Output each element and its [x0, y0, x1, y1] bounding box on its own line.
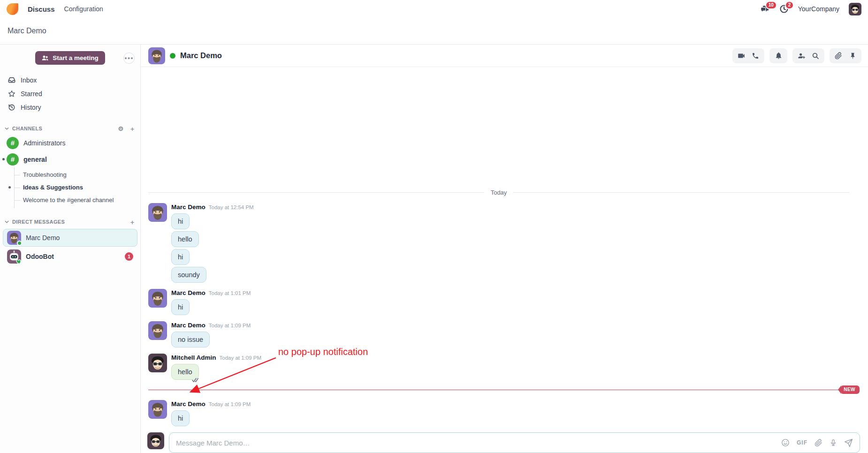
avatar[interactable] — [148, 203, 167, 222]
send-button[interactable] — [844, 438, 853, 447]
message-bubble[interactable]: soundy — [171, 267, 206, 283]
attachments-button[interactable] — [831, 50, 845, 62]
bell-icon — [775, 52, 783, 60]
message-bubble[interactable]: hi — [171, 213, 190, 229]
message-author[interactable]: Mitchell Admin — [171, 354, 216, 362]
online-status-dot — [170, 53, 175, 59]
dm-name: OdooBot — [26, 253, 54, 260]
notification-settings-button[interactable] — [771, 50, 785, 62]
menu-configuration[interactable]: Configuration — [64, 5, 103, 13]
paperclip-icon — [815, 439, 822, 447]
message-author[interactable]: Marc Demo — [171, 400, 206, 408]
avatar[interactable] — [148, 289, 167, 308]
sidebar-item-label: Inbox — [21, 76, 37, 84]
message-bubble[interactable]: hi — [171, 299, 190, 315]
discuss-sidebar: Start a meeting ●●● Inbox Starred — [0, 45, 141, 453]
sidebar-dm-odoobot[interactable]: OdooBot 1 — [3, 248, 137, 265]
message-timestamp: Today at 1:09 PM — [209, 400, 251, 408]
emoji-smiley-icon — [781, 438, 790, 447]
message-group: Mitchell Admin Today at 1:09 PM hello — [148, 354, 849, 380]
send-icon — [844, 438, 853, 447]
sidebar-item-label: History — [21, 104, 41, 111]
composer-input-wrap[interactable]: GIF — [169, 432, 860, 453]
sidebar-item-inbox[interactable]: Inbox — [0, 73, 140, 87]
annotation-text: no pop-up notification — [278, 347, 368, 357]
paperclip-icon — [835, 52, 842, 60]
sidebar-channel-administrators[interactable]: # Administrators — [0, 135, 140, 151]
message-bubble[interactable]: no issue — [171, 332, 210, 347]
sidebar-options-button[interactable]: ●●● — [123, 53, 135, 64]
pin-icon — [849, 52, 856, 60]
date-divider-label: Today — [491, 189, 507, 196]
user-menu-avatar[interactable] — [849, 3, 861, 15]
top-navbar: Discuss Configuration 10 2 YourCompany — [0, 0, 868, 18]
new-messages-badge: NEW — [841, 385, 860, 394]
breadcrumb[interactable]: Marc Demo — [8, 27, 46, 35]
channels-header-label[interactable]: CHANNELS — [12, 126, 42, 131]
message-bubble[interactable]: hi — [171, 410, 190, 426]
activities-systray-button[interactable]: 2 — [779, 4, 789, 14]
message-timestamp: Today at 1:09 PM — [220, 354, 262, 362]
message-input[interactable] — [176, 439, 775, 447]
chevron-down-icon[interactable] — [5, 220, 9, 223]
chat-header: Marc Demo — [141, 45, 868, 67]
channel-name: Administrators — [23, 139, 65, 147]
message-list[interactable]: Today Marc Demo Today at 12:54 PM hi hel… — [141, 67, 868, 430]
voice-message-button[interactable] — [830, 438, 837, 447]
attach-file-button[interactable] — [815, 439, 822, 447]
inbox-icon — [8, 76, 15, 84]
message-text: hello — [178, 368, 192, 376]
chat-actions — [732, 48, 861, 63]
control-panel: Marc Demo — [0, 18, 868, 45]
sidebar-thread-troubleshooting[interactable]: Troubleshooting — [15, 168, 140, 181]
sidebar-dm-marc-demo[interactable]: Marc Demo — [3, 229, 137, 247]
unread-dot — [8, 186, 11, 189]
message-group: Marc Demo Today at 1:09 PM hi — [148, 400, 849, 426]
add-direct-message-icon[interactable]: ＋ — [129, 219, 136, 225]
message-author[interactable]: Marc Demo — [171, 203, 206, 211]
message-bubble[interactable]: hi — [171, 249, 190, 265]
add-channel-icon[interactable]: ＋ — [129, 126, 136, 132]
add-member-button[interactable] — [794, 50, 808, 62]
channels-settings-gear-icon[interactable]: ⚙ — [118, 126, 124, 132]
company-name[interactable]: YourCompany — [798, 5, 839, 13]
message-bubble[interactable]: hello — [171, 364, 199, 380]
sidebar-item-history[interactable]: History — [0, 100, 140, 114]
avatar — [147, 432, 164, 449]
emoji-button[interactable] — [781, 438, 790, 447]
channel-hash-icon: # — [7, 137, 19, 149]
history-icon — [8, 104, 15, 111]
dm-name: Marc Demo — [26, 234, 60, 242]
search-messages-button[interactable] — [808, 50, 822, 62]
star-icon — [8, 90, 15, 98]
message-group: Marc Demo Today at 12:54 PM hi hello hi … — [148, 203, 849, 283]
message-author[interactable]: Marc Demo — [171, 321, 206, 329]
chat-title[interactable]: Marc Demo — [180, 51, 222, 60]
sidebar-item-starred[interactable]: Starred — [0, 87, 140, 100]
chevron-down-icon[interactable] — [5, 127, 9, 130]
pinned-messages-button[interactable] — [845, 50, 860, 62]
avatar[interactable] — [148, 354, 167, 372]
message-bubble[interactable]: hello — [171, 231, 199, 247]
messages-count-badge: 10 — [765, 1, 777, 9]
sidebar-channel-general[interactable]: # general — [0, 151, 140, 167]
message-author[interactable]: Marc Demo — [171, 289, 206, 297]
sidebar-thread-welcome[interactable]: Welcome to the #general channel — [15, 194, 140, 206]
date-divider: Today — [148, 189, 849, 196]
sidebar-thread-ideas[interactable]: Ideas & Suggestions — [15, 181, 140, 194]
start-meeting-button[interactable]: Start a meeting — [35, 51, 105, 65]
voice-call-button[interactable] — [748, 50, 762, 62]
add-user-icon — [797, 52, 806, 60]
online-status-dot — [17, 241, 22, 246]
avatar[interactable] — [148, 400, 167, 419]
channel-hash-icon: # — [7, 153, 19, 166]
video-call-button[interactable] — [734, 50, 748, 62]
avatar[interactable] — [148, 321, 167, 340]
dm-header-label[interactable]: DIRECT MESSAGES — [12, 219, 65, 225]
unread-dot — [2, 158, 5, 160]
messages-systray-button[interactable]: 10 — [760, 4, 770, 14]
sidebar-item-label: Starred — [21, 90, 42, 98]
gif-button[interactable]: GIF — [797, 439, 807, 446]
app-name[interactable]: Discuss — [28, 5, 55, 13]
avatar[interactable] — [148, 47, 165, 64]
